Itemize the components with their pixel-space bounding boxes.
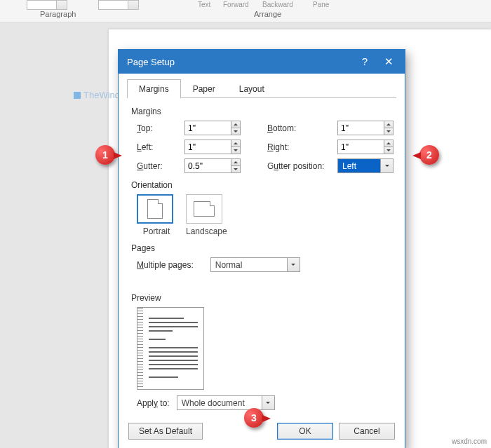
ribbon-spinner-stub[interactable] (98, 0, 139, 10)
spin-up-icon[interactable] (231, 140, 240, 147)
tab-paper[interactable]: Paper (181, 79, 227, 98)
page-setup-dialog: Page Setup ? ✕ Margins Paper Layout Marg… (118, 49, 405, 448)
spin-down-icon[interactable] (231, 147, 240, 154)
portrait-icon (147, 199, 163, 219)
dialog-title: Page Setup (127, 57, 353, 67)
label-bottom: Bottom: (267, 123, 337, 133)
orientation-portrait-label: Portrait (137, 226, 176, 236)
orientation-landscape-label: Landscape (186, 226, 225, 236)
cancel-button[interactable]: Cancel (339, 423, 395, 440)
spinner-right[interactable] (337, 140, 394, 154)
callout-2: 2 (419, 145, 439, 165)
input-gutter[interactable] (185, 159, 231, 172)
input-left[interactable] (185, 140, 231, 154)
combo-multiple-pages[interactable]: Normal (210, 257, 300, 272)
close-button[interactable]: ✕ (377, 50, 401, 74)
spinner-left[interactable] (184, 140, 241, 154)
input-bottom[interactable] (338, 121, 384, 135)
label-gutter-position: Gutter position: (267, 161, 337, 171)
callout-1: 1 (95, 145, 115, 165)
tab-layout[interactable]: Layout (227, 79, 276, 98)
chevron-down-icon[interactable] (380, 159, 393, 172)
spin-up-icon[interactable] (231, 159, 240, 166)
credit-text: wsxdn.com (452, 437, 487, 445)
spin-down-icon[interactable] (384, 128, 393, 135)
watermark-icon (74, 92, 81, 99)
label-left: Left: (137, 142, 184, 152)
spin-down-icon[interactable] (231, 166, 240, 172)
label-top: TTop:op: (137, 123, 184, 133)
label-right: Right: (267, 142, 337, 152)
ribbon-word: Text (198, 1, 210, 8)
help-button[interactable]: ? (353, 50, 377, 74)
combo-gutter-position-value: Left (338, 159, 380, 172)
spin-down-icon[interactable] (231, 128, 240, 135)
ok-button[interactable]: OK (277, 423, 333, 440)
titlebar[interactable]: Page Setup ? ✕ (119, 50, 405, 74)
label-multiple-pages: Multiple pages: (137, 260, 194, 270)
tab-margins[interactable]: Margins (127, 79, 181, 98)
label-gutter: Gutter: (137, 161, 184, 171)
spin-down-icon[interactable] (384, 147, 393, 154)
combo-apply-to[interactable]: Whole document (177, 395, 275, 410)
spin-up-icon[interactable] (384, 140, 393, 147)
combo-multiple-pages-value: Normal (211, 258, 287, 271)
tab-body: Margins TTop:op: Bottom: Left: Right: (119, 98, 405, 416)
orientation-portrait[interactable]: Portrait (137, 194, 176, 236)
landscape-icon (194, 201, 215, 217)
set-as-default-button[interactable]: Set As Default (128, 423, 203, 440)
ribbon-spinner-stub[interactable] (27, 0, 67, 10)
chevron-down-icon[interactable] (287, 258, 300, 271)
ribbon-group-arrange: Arrange (254, 10, 281, 18)
preview-image (137, 307, 204, 390)
ribbon: Paragraph Text Forward Backward Pane Arr… (0, 0, 491, 22)
ribbon-word: Forward (223, 1, 249, 8)
spin-up-icon[interactable] (231, 121, 240, 128)
label-apply-to: Apply to: (137, 398, 170, 408)
tab-strip: Margins Paper Layout (119, 74, 405, 97)
chevron-down-icon[interactable] (262, 396, 274, 409)
section-preview: Preview (131, 293, 392, 303)
section-pages: Pages (131, 243, 392, 253)
spin-up-icon[interactable] (384, 121, 393, 128)
section-margins: Margins (131, 107, 392, 116)
section-orientation: Orientation (131, 180, 392, 190)
combo-gutter-position[interactable]: Left (337, 158, 394, 173)
input-top[interactable] (185, 121, 231, 135)
input-right[interactable] (338, 140, 384, 154)
orientation-landscape[interactable]: Landscape (186, 194, 225, 236)
callout-3: 3 (244, 408, 264, 428)
spinner-top[interactable] (184, 121, 241, 135)
ribbon-word: Backward (262, 1, 293, 8)
ribbon-group-paragraph: Paragraph (40, 10, 76, 18)
spinner-gutter[interactable] (184, 158, 241, 173)
ribbon-word: Pane (313, 1, 329, 8)
spinner-bottom[interactable] (337, 121, 394, 135)
combo-apply-to-value: Whole document (177, 396, 262, 409)
